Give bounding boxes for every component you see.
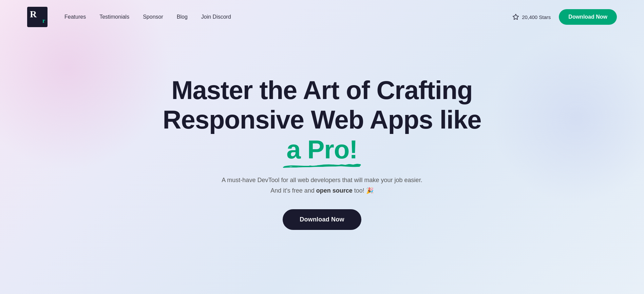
nav-download-button[interactable]: Download Now xyxy=(559,9,617,25)
navbar: R r Features Testimonials Sponsor Blog J… xyxy=(0,0,644,34)
logo-letter-small: r xyxy=(42,17,45,24)
stars-count: 20,400 Stars xyxy=(522,14,551,20)
nav-link-discord[interactable]: Join Discord xyxy=(201,14,231,20)
nav-link-testimonials[interactable]: Testimonials xyxy=(99,14,129,20)
nav-link-blog[interactable]: Blog xyxy=(177,14,188,20)
hero-subtitle: A must-have DevTool for all web develope… xyxy=(222,175,422,196)
nav-link-features[interactable]: Features xyxy=(64,14,86,20)
hero-title-line1: Master the Art of Crafting xyxy=(171,76,472,104)
navbar-right: 20,400 Stars Download Now xyxy=(512,9,617,25)
hero-title-line2: Responsive Web Apps like a Pro! xyxy=(163,105,481,163)
hero-title: Master the Art of Crafting Responsive We… xyxy=(135,75,509,164)
underline-decoration xyxy=(283,163,361,169)
logo-letter-big: R xyxy=(30,9,37,19)
star-icon xyxy=(512,14,519,20)
hero-download-button[interactable]: Download Now xyxy=(283,209,361,230)
subtitle-bold: open source xyxy=(316,187,353,194)
logo[interactable]: R r xyxy=(27,7,48,27)
svg-marker-0 xyxy=(513,14,519,20)
navbar-left: R r Features Testimonials Sponsor Blog J… xyxy=(27,7,231,27)
hero-section: Master the Art of Crafting Responsive We… xyxy=(0,34,644,264)
hero-title-highlight: a Pro! xyxy=(286,135,357,164)
stars-badge: 20,400 Stars xyxy=(512,14,551,20)
logo-box: R r xyxy=(27,7,48,27)
nav-links: Features Testimonials Sponsor Blog Join … xyxy=(64,14,231,20)
nav-link-sponsor[interactable]: Sponsor xyxy=(143,14,163,20)
